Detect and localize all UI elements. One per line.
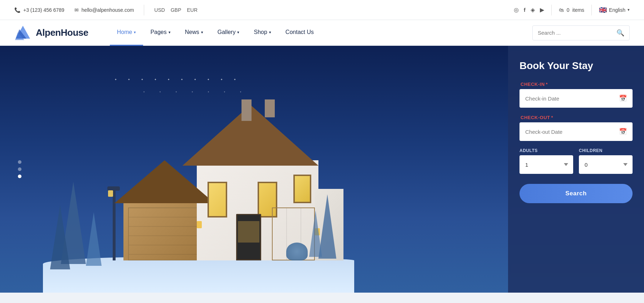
children-select[interactable]: 0 1 2 3 4 (579, 155, 633, 174)
top-bar-right: ◎ f ◈ ▶ 🛍 0 items 🇬🇧 English ▾ (514, 5, 630, 15)
checkout-field: CHECK-OUT* 📅 (519, 115, 633, 141)
nav-shop-chevron: ▾ (269, 30, 271, 35)
flag-icon: 🇬🇧 (599, 6, 607, 14)
checkout-input-wrapper[interactable]: 📅 (519, 122, 633, 141)
facebook-icon[interactable]: f (524, 7, 526, 13)
nav-item-pages[interactable]: Pages ▾ (143, 20, 177, 46)
divider-1 (144, 5, 144, 15)
booking-title: Book Your Stay (519, 60, 633, 72)
search-button[interactable]: 🔍 (611, 29, 629, 37)
children-label: CHILDREN (579, 148, 633, 153)
window-1 (208, 182, 227, 218)
nav-item-news[interactable]: News ▾ (178, 20, 210, 46)
adults-select[interactable]: 1 2 3 4 5 (519, 155, 573, 174)
checkout-calendar-icon: 📅 (619, 128, 627, 136)
slide-dot-2[interactable] (18, 167, 21, 171)
checkout-label: CHECK-OUT* (519, 115, 633, 120)
logo-text: AlpenHouse (36, 27, 88, 38)
currency-usd[interactable]: USD (154, 7, 165, 13)
adults-wrap: ADULTS 1 2 3 4 5 (519, 148, 573, 174)
checkin-input-wrapper[interactable]: 📅 (519, 89, 633, 108)
lang-chevron-icon: ▾ (628, 8, 630, 12)
nav-item-home[interactable]: Home ▾ (110, 20, 143, 46)
checkin-required: * (546, 82, 548, 87)
tree-2 (50, 205, 70, 269)
slide-dots (18, 160, 21, 178)
checkin-label: CHECK-IN* (519, 82, 633, 87)
currency-gbp[interactable]: GBP (171, 7, 181, 13)
nav-item-shop[interactable]: Shop ▾ (247, 20, 278, 46)
logo-svg (14, 24, 31, 41)
slide-dot-3[interactable] (18, 175, 21, 178)
instagram-icon[interactable]: ◈ (531, 6, 535, 13)
currency-group: USD GBP EUR (154, 7, 197, 13)
stars: ✦✦✦✦✦✦✦✦✦✦ (114, 78, 247, 81)
slide-dot-1[interactable] (18, 160, 21, 164)
divider-3 (591, 5, 592, 15)
youtube-icon[interactable]: ▶ (540, 6, 544, 13)
nav-pages-chevron: ▾ (169, 30, 171, 35)
hero-section: ✦✦✦✦✦✦✦✦✦✦ ✦✦✦✦✦✦✦ Book Your Stay CHECK-… (0, 46, 644, 293)
top-bar-left: 📞 +3 (123) 456 6789 ✉ hello@alpenhouse.c… (14, 5, 504, 15)
email-icon: ✉ (74, 7, 79, 13)
email-contact[interactable]: ✉ hello@alpenhouse.com (74, 7, 134, 13)
checkout-required: * (551, 115, 553, 120)
wall-light-1 (197, 221, 202, 228)
house-roof-left (114, 160, 215, 203)
nav-bar: AlpenHouse Home ▾ Pages ▾ News ▾ Gallery… (0, 20, 644, 46)
search-icon: 🔍 (616, 29, 624, 36)
tree-3 (86, 212, 102, 266)
logo[interactable]: AlpenHouse (14, 24, 88, 41)
nav-home-label: Home (117, 29, 132, 35)
children-wrap: CHILDREN 0 1 2 3 4 (579, 148, 633, 174)
roof-chimney-2 (265, 99, 275, 117)
checkin-calendar-icon: 📅 (619, 94, 627, 102)
adults-label: ADULTS (519, 148, 573, 153)
language-selector[interactable]: 🇬🇧 English ▾ (599, 6, 630, 14)
booking-search-button[interactable]: Search (519, 184, 633, 203)
search-input[interactable] (533, 30, 611, 36)
nav-gallery-chevron: ▾ (237, 30, 239, 35)
nav-home-chevron: ▾ (134, 30, 136, 35)
nav-item-gallery[interactable]: Gallery ▾ (210, 20, 247, 46)
nav-shop-label: Shop (254, 29, 267, 35)
bush (286, 243, 308, 260)
email-address: hello@alpenhouse.com (82, 7, 134, 13)
nav-contact-label: Contact Us (286, 29, 314, 35)
language-label: English (609, 7, 625, 13)
house-illustration: ✦✦✦✦✦✦✦✦✦✦ ✦✦✦✦✦✦✦ (43, 71, 354, 293)
currency-eur[interactable]: EUR (187, 7, 198, 13)
top-bar: 📞 +3 (123) 456 6789 ✉ hello@alpenhouse.c… (0, 0, 644, 20)
phone-icon: 📞 (14, 7, 20, 13)
cart-area[interactable]: 🛍 0 items (559, 7, 584, 13)
roof-chimney-1 (241, 99, 252, 121)
nav-links: Home ▾ Pages ▾ News ▾ Gallery ▾ Shop ▾ C… (110, 20, 532, 46)
window-3 (293, 175, 311, 203)
cart-icon: 🛍 (559, 7, 564, 13)
nav-pages-label: Pages (150, 29, 166, 35)
cart-count: 0 (567, 7, 570, 13)
nav-gallery-label: Gallery (218, 29, 236, 35)
checkout-input[interactable] (525, 129, 615, 135)
tree-right-2 (309, 210, 322, 257)
door-light (238, 221, 259, 243)
checkin-field: CHECK-IN* 📅 (519, 82, 633, 108)
nav-news-chevron: ▾ (201, 30, 203, 35)
divider-2 (551, 5, 552, 15)
checkin-input[interactable] (525, 96, 615, 102)
stars-2: ✦✦✦✦✦✦✦ (143, 91, 256, 93)
nav-news-label: News (185, 29, 199, 35)
lamp-light (108, 190, 113, 197)
nav-item-contact[interactable]: Contact Us (278, 20, 321, 46)
tripadvisor-icon[interactable]: ◎ (514, 6, 519, 13)
phone-number: +3 (123) 456 6789 (23, 7, 64, 13)
search-box[interactable]: 🔍 (532, 25, 630, 40)
social-icons: ◎ f ◈ ▶ (514, 6, 544, 13)
garage-door (128, 207, 197, 260)
booking-panel: Book Your Stay CHECK-IN* 📅 CHECK-OUT* 📅 … (508, 46, 644, 293)
cart-label: items (572, 7, 584, 13)
guests-row: ADULTS 1 2 3 4 5 CHILDREN 0 1 2 3 4 (519, 148, 633, 174)
phone-contact[interactable]: 📞 +3 (123) 456 6789 (14, 7, 64, 13)
